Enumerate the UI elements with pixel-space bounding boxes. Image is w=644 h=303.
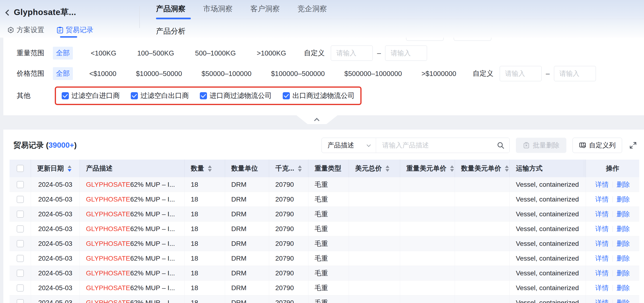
checkbox-label: 过滤空白出口商: [140, 91, 189, 100]
weight-option[interactable]: <100KG: [88, 48, 119, 59]
weight-option[interactable]: 100–500KG: [134, 48, 177, 59]
delete-link[interactable]: 删除: [616, 254, 630, 263]
detail-link[interactable]: 详情: [596, 254, 609, 263]
sort-icons[interactable]: [208, 165, 212, 172]
search-field-value: 产品描述: [328, 141, 354, 150]
cell-qty: 18: [184, 207, 225, 221]
checked-checkbox[interactable]: [131, 92, 138, 99]
delete-link[interactable]: 删除: [616, 195, 630, 204]
sort-icons[interactable]: [450, 165, 454, 172]
cell-kg: 20790: [269, 236, 308, 251]
delete-link[interactable]: 删除: [616, 284, 630, 292]
cell-transport: Vessel, containerized: [510, 296, 586, 303]
cell-usd-per-weight: [400, 236, 455, 251]
sub-tab-plan-settings[interactable]: 方案设置: [7, 25, 44, 35]
header-usd-total[interactable]: 美元总价: [349, 160, 400, 177]
weight-option[interactable]: 500–1000KG: [192, 48, 239, 59]
cell-transport: Vessel, containerized: [510, 236, 586, 251]
row-checkbox[interactable]: [17, 225, 24, 232]
fullscreen-expand-icon[interactable]: [628, 140, 638, 150]
price-option[interactable]: $100000–500000: [268, 68, 328, 79]
detail-link[interactable]: 详情: [596, 224, 609, 234]
weight-min-input[interactable]: [331, 46, 373, 61]
row-checkbox[interactable]: [17, 181, 24, 188]
search-input[interactable]: [376, 138, 510, 153]
price-min-input[interactable]: [500, 66, 542, 81]
sort-icons[interactable]: [386, 165, 390, 172]
collapse-filter-tab[interactable]: [296, 115, 338, 124]
filter-checkbox-item[interactable]: 出口商过滤物流公司: [283, 91, 355, 100]
sort-icons[interactable]: [505, 165, 509, 172]
detail-link[interactable]: 详情: [596, 180, 609, 189]
cell-unit: DRM: [225, 177, 269, 192]
row-checkbox[interactable]: [17, 284, 24, 292]
tab-customer-insight[interactable]: 客户洞察: [250, 4, 280, 14]
row-checkbox[interactable]: [17, 240, 24, 247]
tab-product-insight[interactable]: 产品洞察: [156, 4, 186, 14]
checked-checkbox[interactable]: [62, 92, 69, 99]
batch-delete-button[interactable]: 批量删除: [516, 138, 566, 153]
detail-link[interactable]: 详情: [596, 210, 609, 219]
delete-link[interactable]: 删除: [616, 239, 630, 248]
row-checkbox[interactable]: [17, 255, 24, 262]
sort-icons[interactable]: [298, 165, 302, 172]
delete-link[interactable]: 删除: [616, 224, 630, 234]
cell-date: 2024-05-03: [31, 296, 80, 303]
sort-icons[interactable]: [68, 165, 72, 172]
sub-tab-trade-records[interactable]: 贸易记录: [57, 25, 93, 35]
header-usd-per-qty[interactable]: 数量美元单价: [455, 160, 510, 177]
filter-checkbox-item[interactable]: 过滤空白出口商: [131, 91, 189, 100]
price-option[interactable]: <$10000: [86, 68, 120, 79]
header-date[interactable]: 更新日期: [31, 160, 80, 177]
cell-date: 2024-05-03: [31, 207, 80, 221]
detail-link[interactable]: 详情: [596, 239, 609, 248]
search-field-select[interactable]: 产品描述: [322, 138, 376, 153]
cell-transport: Vessel, containerized: [510, 266, 586, 280]
price-option[interactable]: $10000–50000: [133, 68, 185, 79]
detail-link[interactable]: 详情: [596, 269, 609, 278]
detail-link[interactable]: 详情: [596, 298, 609, 303]
detail-link[interactable]: 详情: [596, 284, 609, 292]
weight-max-input[interactable]: [385, 46, 427, 61]
weight-option[interactable]: 全部: [53, 47, 73, 60]
cell-usd-per-weight: [400, 177, 455, 192]
price-option[interactable]: >$1000000: [418, 68, 460, 79]
cell-desc: GLYPHOSATE 62% MUP – I...: [80, 266, 184, 280]
header-usd-per-weight[interactable]: 重量美元单价: [400, 160, 455, 177]
checked-checkbox[interactable]: [283, 92, 290, 99]
cell-date: 2024-05-03: [31, 222, 80, 236]
weight-option[interactable]: >1000KG: [254, 48, 289, 59]
delete-link[interactable]: 删除: [616, 298, 630, 303]
tab-product-analysis[interactable]: 产品分析: [156, 26, 186, 36]
checked-checkbox[interactable]: [200, 92, 207, 99]
row-checkbox[interactable]: [17, 196, 24, 203]
price-option[interactable]: 全部: [53, 67, 73, 80]
row-checkbox[interactable]: [17, 270, 24, 277]
filter-panel: 重量范围 全部<100KG100–500KG500–1000KG>1000KG …: [3, 38, 644, 115]
detail-link[interactable]: 详情: [596, 195, 609, 204]
checkbox-label: 过滤空白进口商: [72, 91, 120, 100]
cutoff-input-box[interactable]: [406, 38, 444, 41]
price-option[interactable]: $500000–1000000: [341, 68, 405, 79]
price-max-input[interactable]: [554, 66, 596, 81]
row-select-cell: [10, 177, 31, 192]
header-kg[interactable]: 千克...: [269, 160, 308, 177]
customize-columns-button[interactable]: 自定义列: [572, 138, 622, 153]
cell-qty: 18: [184, 251, 225, 266]
tab-market-insight[interactable]: 市场洞察: [203, 4, 233, 14]
price-option[interactable]: $50000–100000: [198, 68, 254, 79]
back-chevron-icon[interactable]: [5, 10, 11, 16]
record-count: 39000+: [48, 141, 74, 149]
select-all-checkbox[interactable]: [17, 165, 24, 172]
header-qty[interactable]: 数量: [184, 160, 225, 177]
cutoff-input-box[interactable]: [454, 38, 491, 41]
filter-checkbox-item[interactable]: 进口商过滤物流公司: [200, 91, 272, 100]
filter-checkbox-item[interactable]: 过滤空白进口商: [62, 91, 120, 100]
row-checkbox[interactable]: [17, 210, 24, 218]
row-checkbox[interactable]: [17, 299, 24, 303]
tab-competitor-insight[interactable]: 竞企洞察: [298, 4, 327, 14]
delete-link[interactable]: 删除: [616, 210, 630, 219]
search-icon[interactable]: [496, 141, 505, 149]
delete-link[interactable]: 删除: [616, 180, 630, 189]
delete-link[interactable]: 删除: [616, 269, 630, 278]
